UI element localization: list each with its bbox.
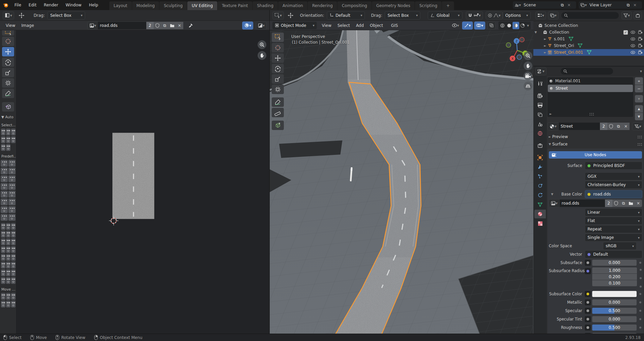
menu-help[interactable]: Help [85,3,102,7]
subsurface-color-swatch[interactable] [592,291,637,297]
texture-preset-button[interactable] [1,144,5,151]
disable-render-camera-icon[interactable] [638,43,643,48]
v3d-tool-annotate-button[interactable] [272,97,284,107]
uv-menu-view[interactable]: View [3,23,18,28]
snap-magnet-button[interactable]: ▾ [466,11,483,19]
slot-list-expand-icon[interactable]: ► [550,112,552,116]
v3d-tool-scale-button[interactable] [272,74,284,84]
workspace-tab-uv-editing[interactable]: UV Editing [187,1,217,10]
gizmo-axis-neg-y[interactable] [506,43,511,47]
v3d-toggle-ortho-button[interactable] [524,82,532,90]
surface-panel-header[interactable]: ▼Surface [547,140,643,148]
active-tool-icon-button[interactable]: ▾ [272,11,284,19]
texture-preset-button[interactable] [6,277,10,284]
texture-preset-button[interactable] [8,199,15,205]
subsurface-radius-z[interactable]: 0.100 [592,280,637,286]
v3d-tool-rotate-button[interactable] [272,64,284,73]
show-overlays-button[interactable]: ▾ [474,22,485,30]
v3d-tool-transform-button[interactable] [272,85,284,94]
v3d-menu-select[interactable]: Select [334,23,353,28]
animate-decorator[interactable] [639,310,641,312]
texture-preset-button[interactable] [11,136,15,143]
material-node-specials-button[interactable]: ▾ [632,122,643,130]
properties-editor-type-button[interactable]: ▾ [535,67,546,75]
workspace-tab-animation[interactable]: Animation [278,1,307,10]
texture-preset-button[interactable] [6,269,10,276]
viewport-drag-mode-dropdown[interactable]: Select Box▾ [385,11,420,19]
outliner-row-object-street-ori-001[interactable]: ► Street_Ori.001 [533,49,644,56]
texture-preset-button[interactable] [1,136,5,143]
workspace-tab-modeling[interactable]: Modeling [132,1,159,10]
image-unlink-icon[interactable]: × [635,200,642,207]
source-dropdown[interactable]: Single Image▾ [585,233,642,242]
shading-solid-button[interactable] [506,22,513,29]
workspace-tab-layout[interactable]: Layout [109,1,132,10]
texture-preset-button[interactable] [6,231,10,238]
properties-tab-material[interactable] [534,210,546,218]
options-dropdown[interactable]: Options▾ [503,11,531,19]
texture-preset-button[interactable] [6,239,10,245]
v3d-zoom-button[interactable] [524,51,532,60]
use-nodes-button[interactable]: Use Nodes [549,151,642,159]
new-scene-icon[interactable]: ⧉ [559,1,566,9]
uv-drag-mode-dropdown[interactable]: Select Box▾ [47,11,85,19]
base-color-expand-caret[interactable]: ▼ [550,193,555,196]
collection-checkbox[interactable]: ✓ [623,30,628,35]
workspace-tab-rendering[interactable]: Rendering [308,1,337,10]
v3d-tool-add-cube-button[interactable] [272,121,284,130]
outliner-row-object-s001[interactable]: ► s.001 [533,36,644,42]
hide-eye-icon[interactable] [631,30,635,35]
v3d-tool-move-button[interactable] [272,53,284,63]
animate-decorator[interactable] [639,327,641,329]
region-collapse-arrow[interactable]: ‹ [531,73,533,78]
texture-preset-button[interactable] [11,269,15,276]
material-users-count[interactable]: 2 [600,123,607,130]
properties-tab-collection[interactable] [534,141,546,150]
texture-preset-button[interactable] [6,246,10,253]
image-open-folder-icon[interactable] [627,200,635,207]
proportional-editing-button[interactable]: ▾ [486,11,503,19]
animate-decorator[interactable] [639,293,641,295]
browse-image-button[interactable]: ▾ [549,199,560,207]
tool-transform-button[interactable] [2,78,14,88]
sidebar-panel-move[interactable]: Move ... [0,284,15,292]
image-users-count[interactable]: 2 [146,22,154,29]
texture-preset-button[interactable] [6,262,10,268]
v3d-pan-hand-button[interactable] [524,61,532,70]
texture-preset-button[interactable] [1,191,8,198]
outliner-row-collection[interactable]: ▼ Collection ✓ [533,29,644,36]
new-collection-button[interactable] [634,11,642,19]
texture-preset-button[interactable] [1,223,5,230]
menu-edit[interactable]: Edit [25,3,40,7]
image-fake-user-shield-icon[interactable] [612,200,620,207]
expand-caret-icon[interactable]: ► [543,51,547,54]
menu-render[interactable]: Render [40,3,62,7]
menu-window[interactable]: Window [62,3,85,7]
properties-tab-physics[interactable] [534,181,546,190]
workspace-tab-geometry-nodes[interactable]: Geometry Nodes [372,1,415,10]
material-slot-row[interactable]: Material.001 [547,77,633,85]
surface-shader-selector[interactable]: Principled BSDF [585,162,642,170]
tool-rotate-button[interactable] [2,57,14,67]
transform-orientation-dropdown[interactable]: Global ▾ [428,11,462,19]
outliner-filter-mode-button[interactable]: ▾ [548,11,559,19]
distribution-dropdown[interactable]: GGX▾ [585,172,642,180]
texture-preset-button[interactable] [1,199,8,205]
texture-preset-button[interactable] [11,301,15,307]
panel-drag-grip[interactable] [637,135,642,138]
properties-tab-modifiers[interactable] [534,163,546,171]
texture-preset-button[interactable] [1,301,5,307]
new-view-layer-icon[interactable]: ⧉ [624,1,632,9]
vector-selector[interactable]: Default [585,250,642,258]
expand-caret-icon[interactable]: ▼ [533,31,538,34]
texture-preset-button[interactable] [8,168,15,174]
tool-cursor-button[interactable] [2,37,14,46]
new-image-copy-icon[interactable]: ⧉ [161,22,168,29]
sidebar-panel-predefined[interactable]: Predefi... [0,151,16,159]
subsurface-radius-y[interactable]: 0.200 [592,274,637,280]
image-browse-button[interactable]: ▾ [87,22,98,30]
subsurface-socket[interactable] [585,260,591,266]
workspace-tab-texture-paint[interactable]: Texture Paint [218,1,252,10]
properties-tab-scene[interactable] [534,120,546,128]
v3d-tool-measure-button[interactable] [272,108,284,117]
